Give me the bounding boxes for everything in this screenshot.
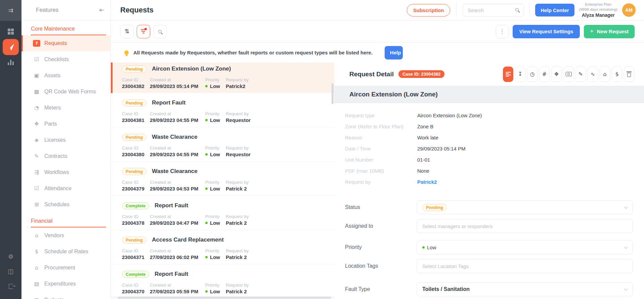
assigned-to-input[interactable]: [422, 223, 627, 229]
field-value: None: [417, 168, 429, 174]
request-by-value: Requestor: [226, 152, 334, 157]
request-card[interactable]: Pending Aircon Extension (Low Zone) Case…: [111, 62, 334, 93]
case-id-label: Case ID: [122, 111, 150, 116]
field-value: 29/09/2023 05:14 PM: [417, 146, 465, 152]
sidebar-item-label: Budgets: [44, 297, 64, 299]
settings-button[interactable]: ⚙: [7, 253, 15, 261]
signature-button[interactable]: ∿: [588, 67, 598, 82]
rocket-icon: [7, 43, 14, 51]
request-by-link[interactable]: Patrick2: [417, 179, 437, 185]
banner-help-button[interactable]: Help: [385, 46, 403, 59]
field-value: Zone B: [417, 124, 433, 129]
request-card[interactable]: Pending Report Fault Case ID Created at …: [111, 93, 334, 127]
avatar[interactable]: AM: [622, 3, 636, 17]
request-card[interactable]: Complete Report Fault Case ID Created at…: [111, 264, 334, 299]
vertical-scrollbar-thumb[interactable]: [332, 83, 334, 104]
view-request-settings-button[interactable]: View Request Settings: [513, 25, 580, 38]
field-value: Work late: [417, 135, 438, 140]
parts-button[interactable]: ❖: [551, 67, 562, 82]
logout-icon: [9, 284, 13, 289]
field-priority[interactable]: Low: [417, 240, 633, 254]
request-by-value: Patrick 2: [226, 289, 334, 294]
sidebar-item-assets[interactable]: ▣Assets: [22, 68, 111, 84]
search-list-button[interactable]: [153, 25, 167, 38]
delete-button[interactable]: [624, 67, 634, 82]
collapse-sidebar-icon[interactable]: ⇤: [97, 7, 106, 13]
request-card[interactable]: Pending Access Card Replacement Case ID …: [111, 230, 334, 264]
sidebar-item-schedule-of-rates[interactable]: $Schedule of Rates: [22, 244, 111, 260]
rail-toggle-icon[interactable]: ⇉: [0, 0, 22, 21]
sidebar-item-checklists[interactable]: ☑Checklists: [22, 51, 111, 68]
new-request-button[interactable]: + New Request: [584, 25, 635, 38]
more-options-button[interactable]: ⋮: [496, 25, 509, 38]
created-at-value: 29/09/2023 04:53 PM: [150, 186, 205, 191]
sidebar-item-meters[interactable]: ◔Meters: [22, 100, 111, 116]
field-fault-type[interactable]: Toilets / Sanitation: [417, 282, 633, 296]
expenditures-icon: ▤: [33, 281, 40, 287]
dashboard-button[interactable]: [7, 28, 15, 36]
sidebar-item-licenses[interactable]: ◈Licenses: [22, 132, 111, 148]
help-center-button[interactable]: Help Center: [535, 4, 574, 16]
field-status[interactable]: Pending: [417, 200, 633, 214]
reports-button[interactable]: [7, 58, 15, 67]
page-title: Requests: [120, 6, 154, 14]
sidebar-item-workflows[interactable]: ⇶Workflows: [22, 164, 111, 180]
chevron-down-icon: [624, 245, 628, 249]
integrations-button[interactable]: ◫: [7, 267, 15, 275]
sidebar-item-budgets[interactable]: ▦Budgets: [22, 292, 111, 299]
features-button[interactable]: [3, 39, 19, 55]
sidebar-item-parts[interactable]: ❖Parts: [22, 116, 111, 132]
budgets-icon: ▦: [33, 297, 40, 299]
search-input[interactable]: [463, 4, 524, 16]
field-value: 01-01: [417, 157, 430, 163]
costs-button[interactable]: $: [612, 67, 622, 82]
case-id-value: 23004382: [122, 83, 150, 89]
sidebar-item-contracts[interactable]: ✎Contracts: [22, 148, 111, 164]
tags-button[interactable]: #: [539, 67, 550, 82]
sidebar-item-vendors[interactable]: ⌂Vendors: [22, 227, 111, 244]
detail-icon-toolbar: ↧◷#❖✎∿⌂$: [503, 67, 634, 82]
sidebar-item-label: Assets: [44, 73, 60, 79]
request-card[interactable]: Pending Waste Clearance Case ID Created …: [111, 127, 334, 162]
filter-button[interactable]: [137, 25, 150, 38]
photos-button[interactable]: [563, 67, 574, 82]
field-label: Zone (Refer to Floor Plan): [345, 124, 417, 129]
case-id-value: 23004381: [122, 117, 150, 123]
request-detail-panel: Request Detail Case ID: 23004382 ↧◷#❖✎∿⌂…: [334, 62, 644, 299]
sidebar-item-attendance[interactable]: ☑Attendance: [22, 180, 111, 197]
sidebar-item-schedules[interactable]: ⊞Schedules: [22, 197, 111, 213]
field-value: Aircon Extension (Low Zone): [417, 113, 482, 118]
field-location-tags[interactable]: [417, 259, 633, 273]
new-request-label: New Request: [597, 29, 629, 34]
sidebar-item-expenditures[interactable]: ▤Expenditures: [22, 276, 111, 292]
priority-label: Priority: [205, 283, 226, 288]
list-toolbar: ⇅ ⋮ View Request Settings + New Request: [111, 20, 644, 43]
download-button[interactable]: ↧: [515, 67, 525, 82]
field-assigned-to[interactable]: [417, 219, 633, 233]
created-at-label: Created at: [150, 77, 205, 82]
created-at-label: Created at: [150, 145, 205, 151]
sidebar-item-qr-code-web-forms[interactable]: ▩QR Code Web Forms: [22, 84, 111, 100]
logout-button[interactable]: [7, 282, 15, 290]
subscription-button[interactable]: Subscription: [407, 4, 450, 16]
edit-button[interactable]: ✎: [575, 67, 586, 82]
request-by-value: Patrick 2: [226, 186, 334, 191]
sidebar-item-procurement[interactable]: ⌂Procurement: [22, 260, 111, 276]
request-card[interactable]: Pending Waste Clearance Case ID Created …: [111, 162, 334, 196]
priority-value: Low: [205, 186, 226, 191]
horizontal-scrollbar-thumb[interactable]: [118, 297, 331, 299]
request-card[interactable]: Complete Report Fault Case ID Created at…: [111, 196, 334, 230]
created-at-label: Created at: [150, 111, 205, 116]
sidebar-item-label: Procurement: [44, 265, 75, 271]
history-button[interactable]: ◷: [527, 67, 538, 82]
priority-dot-icon: [205, 85, 208, 87]
location-tags-input[interactable]: [422, 263, 627, 269]
chevron-down-icon: [624, 287, 628, 291]
notes-button[interactable]: [503, 67, 513, 82]
search-icon: [158, 30, 162, 33]
priority-label: Priority: [205, 111, 226, 116]
app: ⇉ ⚙ ◫ Features ⇤: [0, 0, 644, 299]
vendor-button[interactable]: ⌂: [600, 67, 610, 82]
sort-button[interactable]: ⇅: [120, 25, 134, 38]
sidebar-item-requests[interactable]: Requests: [22, 35, 111, 51]
